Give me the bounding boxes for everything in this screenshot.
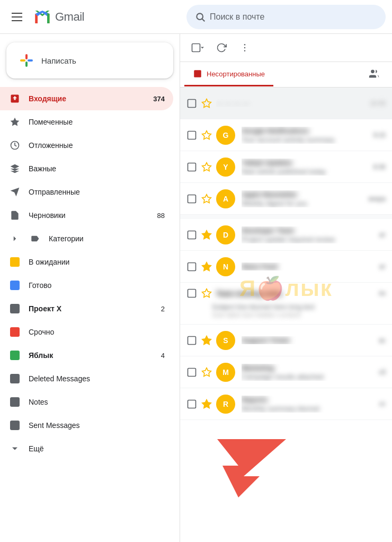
star-icon[interactable] [201,288,212,299]
inbox-badge: 374 [153,95,165,103]
svg-point-11 [244,50,246,52]
email-row[interactable]: G Google Notifications Your account acti… [180,119,392,151]
star-icon[interactable] [201,162,212,172]
sent-messages-icon [8,419,21,432]
compose-plus-icon [18,52,35,69]
svg-rect-6 [28,59,33,62]
sidebar-item-sent-messages[interactable]: Sent Messages [0,414,173,437]
clock-icon [8,139,21,152]
email-row[interactable]: — — — — 10:00 [180,88,392,119]
more-expand-icon [8,442,21,455]
drafts-label: Черновики [29,211,157,220]
tab-contacts[interactable] [360,62,388,87]
search-bar[interactable]: Поиск в почте [186,5,386,29]
compose-button[interactable]: Написать [6,42,173,78]
checkbox-icon[interactable] [186,130,197,141]
more-options-button[interactable] [235,38,254,57]
checkbox-icon[interactable] [186,98,197,109]
svg-line-1 [202,19,205,21]
header-left: Gmail [6,6,186,28]
svg-rect-29 [188,368,196,376]
email-avatar: N [216,257,235,276]
sidebar-item-categories[interactable]: Категории [0,227,173,250]
sidebar-item-yablyk[interactable]: Яблык 4 [0,344,173,367]
plus-icon [18,52,35,69]
star-icon[interactable] [201,130,212,141]
svg-rect-15 [188,131,196,139]
email-row[interactable]: Y Yablyk Updates New article published t… [180,151,392,183]
sidebar-item-inbox[interactable]: Входящие 374 [0,87,173,110]
gmail-title: Gmail [55,10,84,24]
svg-rect-19 [188,195,196,203]
svg-marker-32 [202,399,211,408]
checkbox-icon[interactable] [186,261,197,272]
compose-label: Написать [41,56,76,65]
star-filled-icon[interactable] [201,261,212,272]
checkbox-icon[interactable] [186,367,197,378]
email-row[interactable]: S Support Ticket вс [180,325,392,356]
drafts-badge: 88 [157,212,165,220]
sidebar-item-sent[interactable]: Отправленные [0,180,173,204]
menu-button[interactable] [6,6,28,28]
hamburger-line [12,20,22,21]
svg-rect-3 [25,54,28,59]
sidebar-item-important[interactable]: Важные [0,157,173,180]
svg-rect-4 [25,62,28,67]
draft-icon [8,209,21,222]
refresh-button[interactable] [212,38,231,57]
checkbox-icon[interactable] [186,230,197,240]
email-row[interactable]: D Developer Team Project update required… [180,219,392,251]
sidebar-item-projectx[interactable]: Проект X 2 [0,297,173,320]
gmail-logo: Gmail [33,7,84,27]
section-divider [180,215,392,219]
tab-unsorted[interactable]: Несортированные [184,63,273,86]
email-row[interactable]: R Reports Monthly summary blurred пт [180,388,392,420]
yablyk-badge: 4 [161,352,165,360]
checkbox-icon[interactable] [186,194,197,204]
checkbox-icon[interactable] [186,162,197,172]
star-icon [8,116,21,128]
email-row[interactable]: N News Feed вт [180,251,392,283]
star-filled-icon[interactable] [201,399,212,409]
sidebar-item-waiting[interactable]: В ожидании [0,250,173,274]
sidebar-item-starred[interactable]: Помеченные [0,110,173,134]
checkbox-icon[interactable] [186,335,197,346]
sidebar-item-more[interactable]: Ещё [0,437,173,460]
categories-label: Категории [49,234,165,243]
checkbox-icon[interactable] [186,288,197,299]
sidebar-item-urgent[interactable]: Срочно [0,320,173,344]
checkbox-icon[interactable] [186,399,197,409]
svg-rect-5 [20,59,25,62]
email-row[interactable]: M Marketing Campaign results attached сб [180,356,392,388]
yablyk-label: Яблык [29,351,161,360]
select-button[interactable] [189,38,208,57]
sidebar-item-drafts[interactable]: Черновики 88 [0,204,173,227]
star-icon[interactable] [201,367,212,378]
deleted-icon [8,372,21,385]
sidebar: Написать Входящие 374 Помеченные [0,34,180,542]
app-header: Gmail Поиск в почте [0,0,392,34]
star-icon[interactable] [201,98,212,109]
email-avatar: S [216,331,235,350]
waiting-label: В ожидании [29,258,165,266]
email-avatar: A [216,189,235,208]
email-row[interactable]: Team meeting notes пн Subject line blurr… [180,283,392,325]
svg-rect-27 [188,336,196,344]
projectx-badge: 2 [161,305,165,313]
star-icon[interactable] [201,194,212,204]
search-placeholder[interactable]: Поиск в почте [210,12,264,22]
projectx-label: Проект X [29,304,161,313]
sidebar-item-snoozed[interactable]: Отложенные [0,134,173,157]
star-filled-icon[interactable] [201,335,212,346]
unsorted-tab-label: Несортированные [207,70,265,78]
sent-label: Отправленные [29,188,165,196]
done-icon [8,279,21,292]
sidebar-item-notes[interactable]: Notes [0,390,173,414]
yablyk-icon [8,349,21,362]
tabs-row: Несортированные [180,62,392,88]
sidebar-item-deleted[interactable]: Deleted Messages [0,367,173,390]
email-row[interactable]: A Apple Newsletter Weekly digest for you… [180,183,392,215]
star-filled-icon[interactable] [201,230,212,240]
inbox-icon [8,92,21,105]
sidebar-item-done[interactable]: Готово [0,274,173,297]
